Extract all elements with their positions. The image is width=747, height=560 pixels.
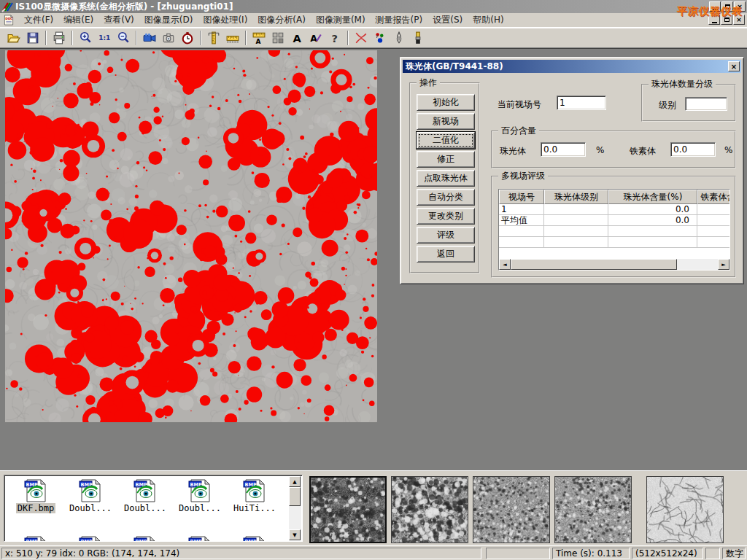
- init-button[interactable]: 初始化: [417, 94, 475, 111]
- file-name[interactable]: DKF.bmp: [16, 503, 56, 513]
- rating-table[interactable]: 视场号 珠光体级别 珠光体含量(%) 铁素体含量(%) 1 0.0 平均值 0.…: [498, 189, 730, 271]
- brush-button[interactable]: [409, 29, 427, 47]
- zoom-out-button[interactable]: [114, 29, 133, 47]
- timer-button[interactable]: [178, 29, 197, 47]
- scroll-left-button[interactable]: ◄: [499, 259, 511, 270]
- file-name[interactable]: HuiTi...: [232, 503, 277, 513]
- help-button[interactable]: ?: [325, 29, 344, 47]
- menu-item-edit[interactable]: 编辑(E): [58, 12, 98, 28]
- pen-button[interactable]: [390, 29, 409, 47]
- dialog-close-button[interactable]: ×: [728, 61, 740, 71]
- file-name[interactable]: Doubl...: [177, 503, 222, 513]
- thumbnail-5[interactable]: [646, 476, 724, 543]
- col-field[interactable]: 视场号: [499, 190, 544, 204]
- scroll-right-button[interactable]: ►: [718, 259, 729, 270]
- menu-item-image-display[interactable]: 图像显示(D): [139, 12, 198, 28]
- scroll-up-button[interactable]: ▲: [289, 476, 301, 487]
- file-item[interactable]: BMP Doubl...: [173, 477, 227, 513]
- file-item[interactable]: BMP: [9, 534, 63, 542]
- new-field-button[interactable]: 新视场: [417, 113, 475, 130]
- change-class-button[interactable]: 更改类别: [417, 208, 475, 225]
- minimize-button[interactable]: [709, 1, 721, 12]
- thumbnail-4[interactable]: [554, 476, 632, 543]
- col-pearlite[interactable]: 珠光体含量(%): [608, 190, 697, 204]
- level-input[interactable]: [685, 97, 727, 111]
- toolbar-separator: [200, 31, 201, 45]
- file-item[interactable]: BMP Doubl...: [63, 477, 117, 513]
- child-close-button[interactable]: ×: [733, 15, 745, 25]
- thumbnail-2[interactable]: [391, 476, 468, 543]
- menu-item-image-measure[interactable]: 图像测量(M): [311, 12, 371, 28]
- restore-button[interactable]: [721, 1, 733, 12]
- current-field-input[interactable]: 1: [557, 96, 606, 110]
- thumbnail-1[interactable]: [309, 476, 387, 543]
- return-button[interactable]: 返回: [417, 246, 475, 262]
- menu-item-help[interactable]: 帮助(H): [468, 12, 508, 28]
- menu-item-settings[interactable]: 设置(S): [427, 12, 468, 28]
- video-camera-button[interactable]: [140, 29, 159, 47]
- file-item[interactable]: BMP Doubl...: [118, 477, 172, 513]
- file-name[interactable]: Doubl...: [68, 503, 113, 513]
- scroll-track[interactable]: [677, 259, 718, 270]
- file-item[interactable]: BMP DKF.bmp: [9, 477, 63, 513]
- menu-item-view[interactable]: 查看(V): [98, 12, 139, 28]
- print-button[interactable]: [50, 29, 69, 47]
- binarize-button[interactable]: 二值化: [417, 132, 475, 149]
- scroll-thumb[interactable]: [289, 487, 301, 506]
- thumbnail-3[interactable]: [473, 476, 550, 543]
- menu-item-file[interactable]: 文件(F): [19, 12, 58, 28]
- open-button[interactable]: [4, 29, 23, 47]
- pick-pearlite-button[interactable]: 点取珠光体: [417, 170, 475, 187]
- menu-item-image-process[interactable]: 图像处理(I): [198, 12, 252, 28]
- markers-button[interactable]: [371, 29, 390, 47]
- ruler-button[interactable]: [223, 29, 242, 47]
- caliper-button[interactable]: [204, 29, 223, 47]
- toolbar-separator: [136, 31, 137, 45]
- menu-item-image-analysis[interactable]: 图像分析(A): [252, 12, 311, 28]
- text-edit-button[interactable]: A: [306, 29, 325, 47]
- measure-text-button[interactable]: A: [249, 29, 268, 47]
- child-minimize-button[interactable]: [708, 15, 720, 25]
- col-grade[interactable]: 珠光体级别: [544, 190, 608, 204]
- pearlite-input[interactable]: 0.0: [541, 142, 586, 157]
- text-button[interactable]: A: [287, 29, 306, 47]
- col-ferrite[interactable]: 铁素体含量(%): [697, 190, 730, 204]
- file-list[interactable]: BMP DKF.bmp BMP Doubl... BMP Doubl... BM…: [4, 475, 303, 542]
- auto-classify-button[interactable]: 自动分类: [417, 189, 475, 206]
- table-row[interactable]: 1 0.0: [499, 204, 729, 215]
- svg-text:DOC: DOC: [5, 17, 12, 20]
- file-item[interactable]: BMP: [63, 534, 117, 542]
- save-button[interactable]: [23, 29, 42, 47]
- camera-button[interactable]: [159, 29, 178, 47]
- file-item[interactable]: BMP HuiTi...: [228, 477, 282, 513]
- ferrite-label: 铁素体: [630, 145, 656, 158]
- curve-button[interactable]: [352, 29, 371, 47]
- scroll-down-button[interactable]: ▼: [289, 529, 301, 540]
- file-item[interactable]: BMP: [173, 534, 227, 542]
- menu-item-measure-report[interactable]: 测量报告(P): [371, 12, 428, 28]
- bmp-file-icon: BMP: [118, 535, 172, 542]
- file-item[interactable]: BMP: [118, 534, 172, 542]
- metallograph-canvas[interactable]: [5, 50, 377, 422]
- close-button[interactable]: ×: [734, 1, 746, 12]
- table-row[interactable]: 平均值 0.0: [499, 215, 729, 226]
- correct-button[interactable]: 修正: [417, 151, 475, 168]
- bmp-file-icon: BMP: [63, 478, 117, 503]
- file-name[interactable]: Doubl...: [123, 503, 168, 513]
- scroll-thumb[interactable]: [511, 259, 677, 270]
- file-item[interactable]: BMP: [228, 534, 282, 542]
- svg-text:BMP: BMP: [245, 539, 257, 542]
- grid-button[interactable]: [268, 29, 287, 47]
- file-list-vscrollbar[interactable]: ▲ ▼: [289, 476, 301, 540]
- actual-size-button[interactable]: 1:1: [95, 29, 114, 47]
- table-hscrollbar[interactable]: ◄ ►: [499, 259, 729, 270]
- rate-button[interactable]: 评级: [417, 227, 475, 244]
- multifield-group: 多视场评级 视场号 珠光体级别 珠光体含量(%) 铁素体含量(%) 1 0.0 …: [491, 176, 736, 278]
- bottom-panel: BMP DKF.bmp BMP Doubl... BMP Doubl... BM…: [0, 470, 747, 545]
- cell-ferrite: [697, 204, 730, 215]
- child-restore-button[interactable]: [721, 15, 732, 25]
- dialog-title-bar[interactable]: 珠光体(GB/T9441-88) ×: [403, 60, 741, 73]
- zoom-in-button[interactable]: [76, 29, 95, 47]
- level-label: 级别: [659, 99, 676, 112]
- ferrite-input[interactable]: 0.0: [670, 142, 716, 157]
